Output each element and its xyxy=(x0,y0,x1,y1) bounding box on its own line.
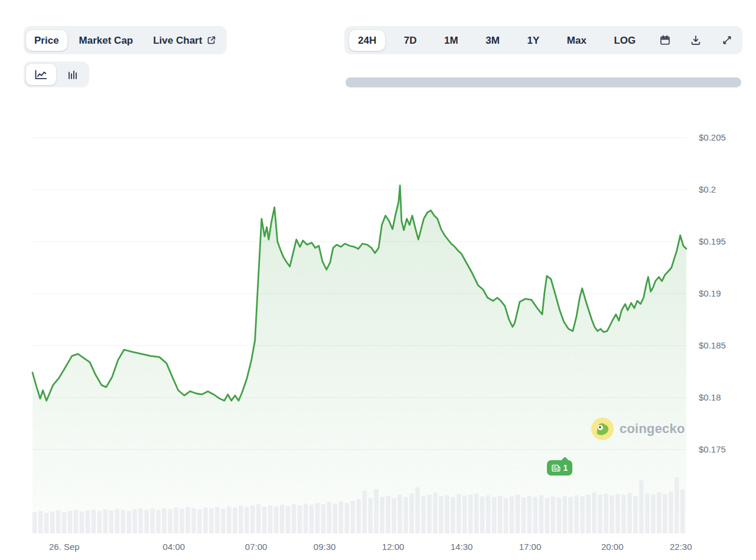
volume-bar xyxy=(421,496,425,533)
volume-bar xyxy=(197,509,201,533)
volume-bar xyxy=(245,507,249,533)
volume-bar xyxy=(256,504,260,533)
x-axis-tick-label: 12:00 xyxy=(382,542,405,552)
volume-bar xyxy=(115,509,119,533)
volume-bar xyxy=(604,494,608,534)
volume-bar xyxy=(215,507,219,533)
volume-bar xyxy=(610,495,614,533)
volume-bar xyxy=(639,480,643,533)
volume-bar xyxy=(480,496,484,533)
volume-bar xyxy=(674,477,679,533)
volume-bar xyxy=(539,495,543,533)
volume-bar xyxy=(575,495,579,533)
volume-bar xyxy=(468,495,472,534)
volume-bar xyxy=(292,504,296,533)
volume-bar xyxy=(415,487,419,533)
y-axis-tick-label: $0.18 xyxy=(699,392,721,402)
volume-bar xyxy=(645,494,649,534)
volume-bar xyxy=(516,495,520,534)
y-axis-tick-label: $0.175 xyxy=(699,444,726,454)
volume-bar xyxy=(203,507,207,533)
volume-bar xyxy=(327,502,331,533)
volume-bar xyxy=(180,509,184,533)
volume-bar xyxy=(627,493,631,533)
volume-bar xyxy=(392,498,396,533)
volume-bar xyxy=(298,506,302,534)
volume-bar xyxy=(680,490,685,533)
volume-bar xyxy=(262,506,266,533)
price-line-chart[interactable] xyxy=(0,0,756,560)
volume-bar xyxy=(397,495,402,534)
volume-bar xyxy=(386,496,390,533)
volume-bar xyxy=(474,494,478,534)
coingecko-logo-icon xyxy=(591,418,614,440)
volume-bar xyxy=(522,497,526,533)
volume-bar xyxy=(339,502,343,533)
volume-bar xyxy=(333,504,337,533)
annotation-count: 1 xyxy=(563,463,568,473)
volume-bar xyxy=(80,512,84,533)
volume-bar xyxy=(403,497,408,533)
volume-bar xyxy=(510,496,514,533)
x-axis-tick-label: 26. Sep xyxy=(49,542,80,552)
volume-bar xyxy=(209,508,213,533)
y-axis-tick-label: $0.185 xyxy=(699,340,726,350)
volume-bar xyxy=(545,498,549,533)
volume-bar xyxy=(586,495,591,534)
volume-bar xyxy=(38,511,43,533)
volume-bar xyxy=(174,507,178,533)
volume-bar xyxy=(50,512,54,533)
volume-bar xyxy=(185,507,190,533)
volume-bar xyxy=(133,509,137,533)
volume-bar xyxy=(551,496,555,533)
volume-bar xyxy=(227,506,231,533)
volume-bar xyxy=(56,510,60,533)
volume-bar xyxy=(374,489,378,533)
volume-bar xyxy=(351,501,355,533)
volume-bar xyxy=(145,510,149,533)
volume-bar xyxy=(121,510,125,533)
volume-bar xyxy=(439,496,443,533)
volume-bar xyxy=(569,497,573,533)
volume-bar xyxy=(92,510,96,533)
volume-bar xyxy=(74,510,78,533)
news-annotation-badge[interactable]: 1 xyxy=(547,460,573,476)
x-axis-tick-label: 07:00 xyxy=(245,542,268,552)
y-axis-tick-label: $0.2 xyxy=(699,184,716,194)
x-axis-tick-label: 04:00 xyxy=(163,542,185,552)
coingecko-watermark: coingecko xyxy=(591,418,685,440)
volume-bar xyxy=(109,510,113,533)
volume-bar xyxy=(156,510,160,533)
volume-bar xyxy=(380,497,384,533)
volume-bar xyxy=(233,507,237,533)
volume-bar xyxy=(592,493,596,533)
volume-bar xyxy=(615,494,620,534)
news-icon xyxy=(552,464,561,472)
volume-bar xyxy=(286,506,290,534)
volume-bar xyxy=(191,508,195,533)
x-axis-tick-label: 20:00 xyxy=(601,542,624,552)
x-axis-tick-label: 14:30 xyxy=(451,542,473,552)
volume-bar xyxy=(139,508,143,533)
volume-bar xyxy=(97,511,102,533)
volume-bar xyxy=(669,491,673,533)
volume-bar xyxy=(162,508,166,533)
volume-bar xyxy=(103,509,107,533)
volume-bar xyxy=(315,503,320,533)
volume-bar xyxy=(445,495,449,533)
volume-bar xyxy=(504,498,508,533)
volume-bar xyxy=(498,496,502,533)
x-axis-tick-label: 22:30 xyxy=(670,542,692,552)
volume-bar xyxy=(369,498,373,533)
volume-bar xyxy=(563,496,567,533)
volume-bar xyxy=(268,506,272,534)
volume-bar xyxy=(621,495,625,534)
volume-bar xyxy=(345,503,349,533)
x-axis-tick-label: 17:00 xyxy=(519,542,542,552)
volume-bar xyxy=(221,509,225,533)
volume-bar xyxy=(239,506,243,534)
volume-bar xyxy=(663,494,667,534)
volume-bar xyxy=(598,495,602,534)
price-area-fill xyxy=(32,185,686,533)
volume-bar xyxy=(363,491,367,533)
